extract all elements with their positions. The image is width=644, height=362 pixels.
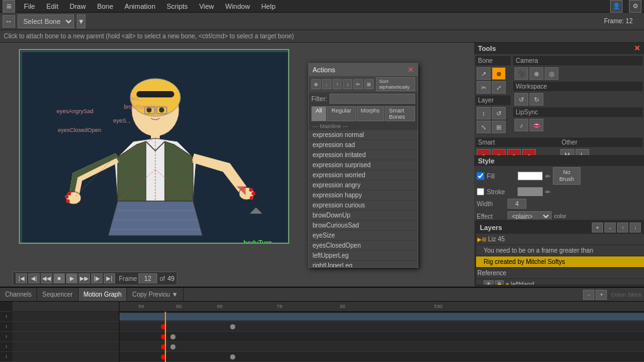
filter-input[interactable]	[330, 94, 415, 104]
track-2[interactable]	[119, 332, 644, 342]
play-btn[interactable]: ▶	[66, 273, 77, 283]
track-0[interactable]	[119, 312, 644, 322]
action-eyesclosed[interactable]: eyesClosedOpen	[309, 241, 418, 251]
track-4[interactable]	[119, 352, 644, 362]
action-expression-worried[interactable]: expression worried	[309, 170, 418, 180]
stroke-color[interactable]	[518, 187, 543, 196]
settings-icon[interactable]: ⚙	[629, 0, 641, 13]
play-forward-btn[interactable]: ▶▶	[79, 273, 90, 283]
bone-tool-4[interactable]: ⤢	[492, 81, 506, 94]
layer-tool-4[interactable]: ⊞	[492, 121, 506, 133]
go-end-btn[interactable]: ▶|	[104, 273, 115, 283]
action-tool-2[interactable]: -	[322, 79, 331, 89]
layer-item[interactable]: 👁🔒 ★ leftHand	[476, 279, 644, 285]
action-expression-normal[interactable]: expression normal	[309, 130, 418, 140]
onion-minus[interactable]: -	[583, 290, 594, 300]
select-bone-dropdown[interactable]: Select Bone	[18, 14, 74, 28]
playhead[interactable]	[165, 312, 166, 362]
other-tool-1[interactable]: M	[560, 149, 574, 156]
bone-tool-2[interactable]: ⊕	[492, 67, 506, 80]
action-tool-6[interactable]: ⊞	[364, 79, 374, 89]
lip-tool-2[interactable]: 👄	[530, 119, 543, 131]
action-leftupperleg[interactable]: leftUpperLeg	[309, 251, 418, 261]
no-brush-btn[interactable]: No Brush	[553, 167, 580, 185]
lip-tool-1[interactable]: ♪	[514, 119, 528, 131]
smart-red-1[interactable]: ●	[477, 149, 491, 156]
smart-red-4[interactable]: ●	[522, 149, 536, 156]
menu-help[interactable]: Help	[258, 3, 278, 10]
step-back-btn[interactable]: ◀|	[28, 273, 40, 283]
action-tool-3[interactable]: ↑	[333, 79, 342, 89]
tab-smart-bones[interactable]: Smart Bones	[385, 106, 415, 121]
menu-scripts[interactable]: Scripts	[164, 3, 191, 10]
onion-plus[interactable]: +	[596, 290, 607, 300]
tab-channels[interactable]: Channels	[0, 288, 37, 301]
bone-tool-1[interactable]: ↗	[477, 67, 491, 80]
menu-view[interactable]: View	[197, 3, 217, 10]
layers-add-btn[interactable]: +	[592, 222, 603, 233]
layers-dn-btn[interactable]: ↓	[630, 222, 641, 233]
select-bone-arrow[interactable]: ▼	[77, 14, 86, 28]
tab-morphs[interactable]: Morphs	[357, 106, 384, 121]
sort-alpha-btn[interactable]: Sort alphabetically	[376, 77, 415, 91]
action-expression-curious[interactable]: expression curious	[309, 200, 418, 211]
tab-regular[interactable]: Regular	[327, 106, 356, 121]
layers-del-btn[interactable]: -	[604, 222, 616, 233]
menu-edit[interactable]: Edit	[44, 3, 61, 10]
action-expression-surprised[interactable]: expression surprised	[309, 160, 418, 170]
action-tool-4[interactable]: ↓	[343, 79, 352, 89]
layer-item[interactable]: ▶⊞ Liz 45	[476, 234, 644, 245]
action-tool-1[interactable]: ⊕	[311, 79, 321, 89]
stroke-edit-icon[interactable]: ✏	[545, 189, 550, 195]
tab-copy-previou[interactable]: Copy Previou ▼	[127, 288, 184, 301]
action-browsad[interactable]: browCuriousSad	[309, 221, 418, 231]
width-input[interactable]: 4	[508, 199, 526, 209]
menu-animation[interactable]: Animation	[122, 3, 158, 10]
layer-tool-1[interactable]: ↕	[477, 107, 491, 119]
tab-motion-graph[interactable]: Motion Graph	[79, 288, 128, 301]
action-expression-sad[interactable]: expression sad	[309, 140, 418, 150]
layer-lock-btn[interactable]: 🔒	[495, 280, 504, 286]
menu-bone[interactable]: Bone	[94, 3, 116, 10]
action-expression-happy[interactable]: expression happy	[309, 190, 418, 200]
go-start-btn[interactable]: |◀	[16, 273, 27, 283]
menu-file[interactable]: File	[21, 3, 38, 10]
timeline-track-area[interactable]: 54 60 66 76 30 530	[119, 302, 644, 362]
menu-window[interactable]: Window	[223, 3, 252, 10]
frame-input[interactable]	[138, 273, 157, 283]
ws-tool-1[interactable]: ↺	[514, 93, 528, 106]
stroke-checkbox[interactable]	[477, 188, 484, 195]
layers-up-btn[interactable]: ↑	[617, 222, 628, 233]
actions-close-btn[interactable]: ✕	[408, 65, 414, 74]
tools-close-btn[interactable]: ✕	[634, 44, 640, 53]
action-expression-irritated[interactable]: expression irritated	[309, 150, 418, 160]
effect-select[interactable]: <plain>	[508, 211, 552, 219]
action-tool-5[interactable]: ✏	[353, 79, 363, 89]
other-tool-2[interactable]: L	[575, 149, 589, 156]
smart-red-3[interactable]: ●	[507, 149, 521, 156]
action-rightupperleg[interactable]: rightUpperLeg	[309, 261, 418, 267]
action-browdownup[interactable]: browDownUp	[309, 211, 418, 221]
step-fwd-btn[interactable]: |▶	[91, 273, 103, 283]
menu-draw[interactable]: Draw	[67, 3, 89, 10]
track-1[interactable]	[119, 322, 644, 332]
play-back-btn[interactable]: ◀◀	[41, 273, 52, 283]
smart-red-2[interactable]: ●	[492, 149, 506, 156]
action-eyesize[interactable]: eyeSize	[309, 231, 418, 241]
fill-edit-icon[interactable]: ✏	[545, 173, 550, 180]
fill-color[interactable]	[518, 172, 543, 180]
cam-tool-2[interactable]: ⊕	[530, 67, 543, 80]
fill-checkbox[interactable]	[477, 172, 484, 180]
track-3[interactable]	[119, 342, 644, 352]
layer-item[interactable]: Rig created by Mitchel Softys	[476, 256, 644, 268]
stop-btn[interactable]: ■	[53, 273, 65, 283]
tab-all[interactable]: All	[311, 106, 326, 121]
layer-tool-3[interactable]: ⤡	[477, 121, 491, 133]
layer-tool-2[interactable]: ↺	[492, 107, 506, 119]
user-icon[interactable]: 👤	[610, 0, 623, 13]
ws-tool-2[interactable]: ↻	[530, 93, 543, 106]
layer-item[interactable]: You need to be on a frame greater than	[476, 245, 644, 256]
layer-vis-btn[interactable]: 👁	[484, 280, 494, 286]
move-tool-icon[interactable]: ↔	[3, 15, 15, 28]
layer-item[interactable]: Reference	[476, 268, 644, 279]
